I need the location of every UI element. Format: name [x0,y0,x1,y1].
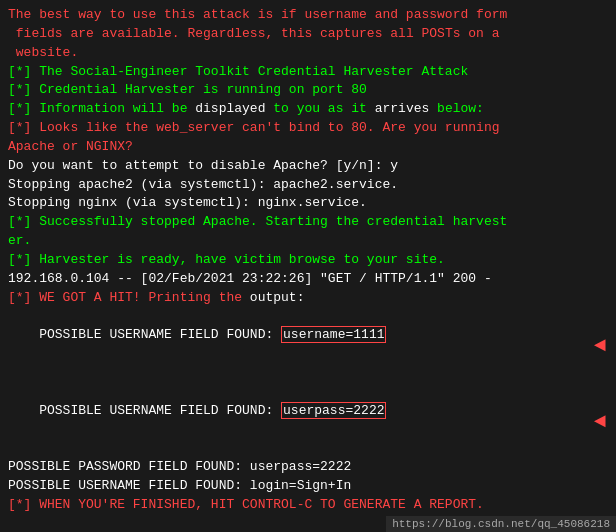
line-12: [*] Successfully stopped Apache. Startin… [8,213,608,232]
line-20: POSSIBLE USERNAME FIELD FOUND: login=Sig… [8,477,608,496]
line-11: Stopping nginx (via systemctl): nginx.se… [8,194,608,213]
line-17: POSSIBLE USERNAME FIELD FOUND: username=… [8,308,608,383]
line-3: website. [8,44,608,63]
line-1: The best way to use this attack is if us… [8,6,608,25]
userpass-value: userpass=2222 [281,402,386,419]
line-15: 192.168.0.104 -- [02/Feb/2021 23:22:26] … [8,270,608,289]
line-5: [*] Credential Harvester is running on p… [8,81,608,100]
line-18: POSSIBLE USERNAME FIELD FOUND: userpass=… [8,383,608,458]
status-bar: https://blog.csdn.net/qq_45086218 [386,516,616,532]
username-field-label: POSSIBLE USERNAME FIELD FOUND: [39,327,281,342]
line-9: Do you want to attempt to disable Apache… [8,157,608,176]
line-7: [*] Looks like the web_server can't bind… [8,119,608,138]
line-14: [*] Harvester is ready, have victim brow… [8,251,608,270]
line-21: [*] WHEN YOU'RE FINISHED, HIT CONTROL-C … [8,496,608,515]
line-8: Apache or NGINX? [8,138,608,157]
terminal-window: The best way to use this attack is if us… [0,0,616,532]
username-value: username=1111 [281,326,386,343]
userpass-field-label: POSSIBLE USERNAME FIELD FOUND: [39,403,281,418]
line-2: fields are available. Regardless, this c… [8,25,608,44]
line-19: POSSIBLE PASSWORD FIELD FOUND: userpass=… [8,458,608,477]
line-16: [*] WE GOT A HIT! Printing the output: [8,289,608,308]
line-6: [*] Information will be displayed to you… [8,100,608,119]
line-13: er. [8,232,608,251]
line-10: Stopping apache2 (via systemctl): apache… [8,176,608,195]
line-4: [*] The Social-Engineer Toolkit Credenti… [8,63,608,82]
